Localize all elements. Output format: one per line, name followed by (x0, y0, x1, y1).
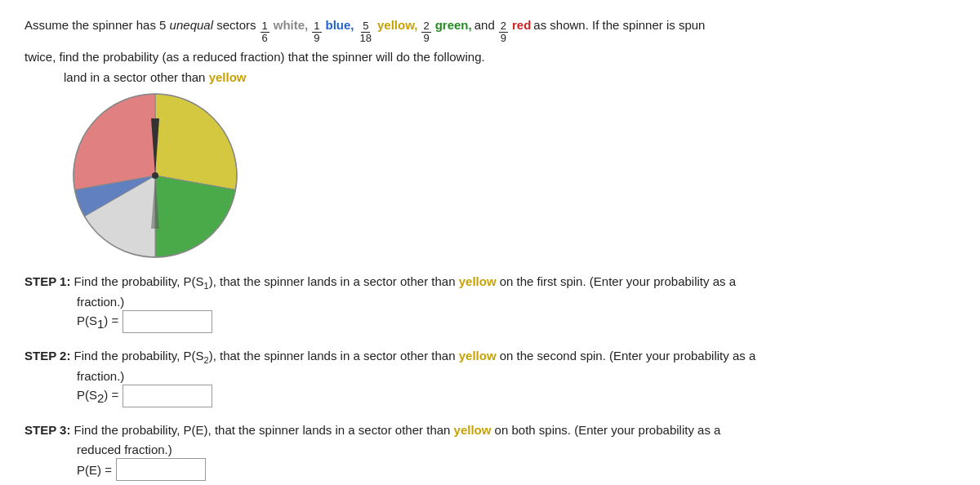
step1-text: STEP 1: Find the probability, P(S1), tha… (24, 272, 956, 293)
step2-text: STEP 2: Find the probability, P(S2), tha… (24, 346, 956, 367)
intro-pre: Assume the spinner has 5 unequal sectors (24, 15, 256, 36)
step2-bold: STEP 2: (24, 349, 70, 363)
step3-input-row: P(E) = (77, 458, 956, 481)
red-sector (74, 94, 155, 189)
step1-desc2: on the first spin. (Enter your probabili… (497, 274, 736, 288)
spinner-container (74, 94, 956, 257)
green-label: green, (435, 15, 472, 36)
blue-label: blue, (326, 15, 354, 36)
intro-line1: Assume the spinner has 5 unequal sectors… (24, 15, 956, 45)
step2-input[interactable] (122, 385, 212, 407)
intro-line2: twice, find the probability (as a reduce… (24, 47, 956, 68)
step3-fraction-line: reduced fraction.) (77, 443, 956, 456)
step3-block: STEP 3: Find the probability, P(E), that… (24, 420, 956, 481)
step2-desc: Find the probability, P(S2), that the sp… (74, 349, 459, 363)
step2-label: P(S2) = (77, 388, 118, 405)
blue-fraction: 1 9 (312, 20, 321, 45)
and-label: and (474, 15, 495, 36)
yellow-label: yellow, (377, 15, 417, 36)
white-fraction: 1 6 (261, 20, 270, 45)
step1-input[interactable] (122, 310, 212, 333)
step1-desc: Find the probability, P(S1), that the sp… (74, 274, 459, 288)
step1-input-row: P(S1) = (77, 310, 956, 333)
land-line: land in a sector other than yellow (64, 70, 956, 84)
step2-yellow: yellow (459, 349, 497, 363)
yellow-sector (155, 94, 237, 189)
step2-block: STEP 2: Find the probability, P(S2), tha… (24, 346, 956, 407)
intro-end: as shown. If the spinner is spun (533, 15, 705, 36)
step2-input-row: P(S2) = (77, 385, 956, 407)
step1-fraction-line: fraction.) (77, 295, 956, 309)
red-fraction: 2 9 (499, 20, 508, 45)
step3-input[interactable] (116, 458, 206, 481)
step3-desc: Find the probability, P(E), that the spi… (74, 423, 454, 437)
step3-label: P(E) = (77, 463, 112, 477)
step3-bold: STEP 3: (24, 423, 70, 437)
red-label: red (512, 15, 531, 36)
white-label: white, (274, 15, 309, 36)
step2-desc2: on the second spin. (Enter your probabil… (497, 349, 756, 363)
yellow-fraction: 5 18 (359, 20, 373, 45)
step1-label: P(S1) = (77, 314, 118, 331)
step3-yellow: yellow (454, 423, 492, 437)
green-sector (155, 176, 236, 257)
step3-desc2: on both spins. (Enter your probability a… (491, 423, 720, 437)
step3-text: STEP 3: Find the probability, P(E), that… (24, 420, 956, 441)
step1-block: STEP 1: Find the probability, P(S1), tha… (24, 272, 956, 333)
step1-yellow: yellow (459, 274, 497, 288)
green-fraction: 2 9 (421, 20, 430, 45)
step2-fraction-line: fraction.) (77, 369, 956, 383)
spinner-svg (74, 94, 237, 257)
step1-bold: STEP 1: (24, 274, 70, 288)
